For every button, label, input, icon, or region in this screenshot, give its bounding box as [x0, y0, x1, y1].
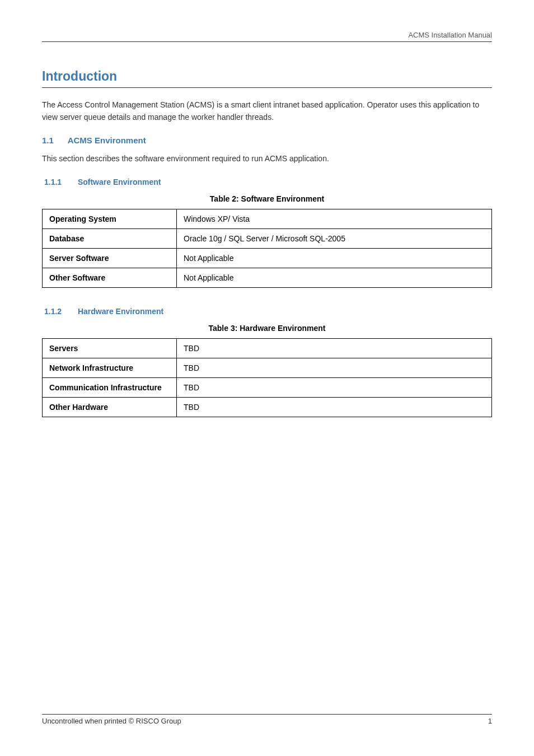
- table-row: Communication Infrastructure TBD: [43, 378, 492, 398]
- cell-value: TBD: [177, 398, 492, 417]
- cell-label: Servers: [43, 339, 177, 358]
- hardware-table-caption: Table 3: Hardware Environment: [42, 324, 492, 333]
- intro-paragraph: The Access Control Management Station (A…: [42, 99, 492, 123]
- hardware-env-title: Hardware Environment: [78, 307, 163, 316]
- cell-label: Operating System: [43, 209, 177, 229]
- page-footer: Uncontrolled when printed © RISCO Group …: [42, 714, 492, 725]
- cell-value: TBD: [177, 378, 492, 398]
- cell-label: Communication Infrastructure: [43, 378, 177, 398]
- table-row: Other Software Not Applicable: [43, 268, 492, 288]
- table-row: Server Software Not Applicable: [43, 249, 492, 268]
- hardware-env-heading: 1.1.2 Hardware Environment: [42, 307, 492, 316]
- cell-value: Not Applicable: [177, 249, 492, 268]
- software-env-table: Operating System Windows XP/ Vista Datab…: [42, 209, 492, 288]
- acms-env-paragraph: This section describes the software envi…: [42, 153, 492, 165]
- software-env-num: 1.1.1: [44, 178, 76, 186]
- table-row: Operating System Windows XP/ Vista: [43, 209, 492, 229]
- table-row: Network Infrastructure TBD: [43, 358, 492, 378]
- table-row: Other Hardware TBD: [43, 398, 492, 417]
- cell-label: Other Hardware: [43, 398, 177, 417]
- cell-value: TBD: [177, 358, 492, 378]
- hardware-env-table: Servers TBD Network Infrastructure TBD C…: [42, 338, 492, 417]
- table-row: Servers TBD: [43, 339, 492, 358]
- cell-label: Database: [43, 229, 177, 249]
- acms-env-num: 1.1: [42, 136, 65, 145]
- software-env-heading: 1.1.1 Software Environment: [42, 178, 492, 186]
- acms-env-title: ACMS Environment: [68, 136, 146, 145]
- hardware-env-num: 1.1.2: [44, 307, 76, 316]
- cell-label: Network Infrastructure: [43, 358, 177, 378]
- footer-page-number: 1: [488, 717, 492, 725]
- table-row: Database Oracle 10g / SQL Server / Micro…: [43, 229, 492, 249]
- acms-env-heading: 1.1 ACMS Environment: [42, 136, 492, 145]
- page-header: ACMS Installation Manual: [42, 31, 492, 42]
- cell-value: TBD: [177, 339, 492, 358]
- cell-value: Oracle 10g / SQL Server / Microsoft SQL-…: [177, 229, 492, 249]
- cell-value: Windows XP/ Vista: [177, 209, 492, 229]
- cell-label: Other Software: [43, 268, 177, 288]
- intro-heading: Introduction: [42, 69, 492, 88]
- footer-left: Uncontrolled when printed © RISCO Group: [42, 717, 181, 725]
- header-title: ACMS Installation Manual: [408, 31, 492, 39]
- cell-value: Not Applicable: [177, 268, 492, 288]
- software-env-title: Software Environment: [78, 178, 161, 186]
- software-table-caption: Table 2: Software Environment: [42, 194, 492, 203]
- cell-label: Server Software: [43, 249, 177, 268]
